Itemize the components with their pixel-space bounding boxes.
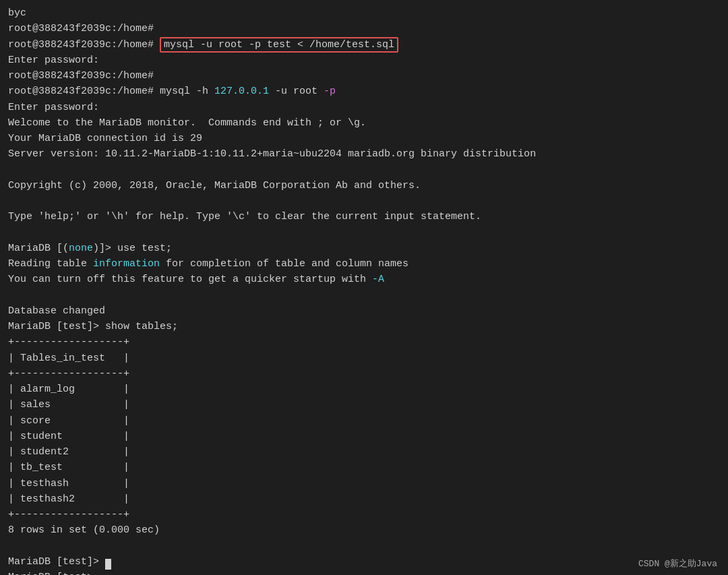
terminal-line: | sales |	[8, 397, 720, 413]
terminal-prompt-line: MariaDB [test]>	[8, 554, 720, 570]
terminal-line: | score |	[8, 413, 720, 429]
terminal-line: Database changed	[8, 303, 720, 319]
terminal-line: Welcome to the MariaDB monitor. Commands…	[8, 115, 720, 131]
terminal-line: | Tables_in_test |	[8, 351, 720, 366]
terminal-line: MariaDB [(none)]> use test;	[8, 241, 720, 256]
terminal-line: Reading table information for completion…	[8, 256, 720, 272]
terminal-line: | student2 |	[8, 444, 720, 460]
terminal-line: Enter password:	[8, 53, 720, 68]
terminal-line	[8, 193, 720, 209]
terminal-line: | tb_test |	[8, 460, 720, 475]
terminal-line: MariaDB [test]> show tables;	[8, 319, 720, 334]
cursor	[105, 559, 111, 570]
terminal-line	[8, 162, 720, 178]
terminal-line: MariaDB [test>	[8, 570, 720, 575]
terminal-line: root@388243f2039c:/home#	[8, 21, 720, 36]
terminal-line: | testhash |	[8, 476, 720, 491]
terminal-line: You can turn off this feature to get a q…	[8, 272, 720, 287]
terminal-line: | testhash2 |	[8, 491, 720, 507]
terminal-line: root@388243f2039c:/home#	[8, 68, 720, 84]
terminal-line: root@388243f2039c:/home# mysql -h 127.0.…	[8, 84, 720, 99]
terminal-line	[8, 539, 720, 554]
terminal-line	[8, 288, 720, 303]
highlighted-command: mysql -u root -p test < /home/test.sql	[160, 37, 398, 53]
terminal-line-highlighted: root@388243f2039c:/home# mysql -u root -…	[8, 37, 720, 53]
terminal-line: | alarm_log |	[8, 382, 720, 397]
terminal-window: byc root@388243f2039c:/home# root@388243…	[0, 0, 728, 575]
terminal-line: Enter password:	[8, 100, 720, 115]
terminal-line: +------------------+	[8, 507, 720, 522]
terminal-line	[8, 225, 720, 241]
terminal-line: | student |	[8, 429, 720, 444]
terminal-line: +------------------+	[8, 334, 720, 350]
bottom-bar-label: CSDN @新之助Java	[638, 557, 717, 570]
terminal-line: +------------------+	[8, 366, 720, 382]
terminal-line: Server version: 10.11.2-MariaDB-1:10.11.…	[8, 146, 720, 162]
terminal-line: Type 'help;' or '\h' for help. Type '\c'…	[8, 209, 720, 224]
terminal-line: Copyright (c) 2000, 2018, Oracle, MariaD…	[8, 178, 720, 193]
terminal-line: 8 rows in set (0.000 sec)	[8, 522, 720, 538]
terminal-line: byc	[8, 5, 720, 21]
terminal-line: Your MariaDB connection id is 29	[8, 131, 720, 146]
